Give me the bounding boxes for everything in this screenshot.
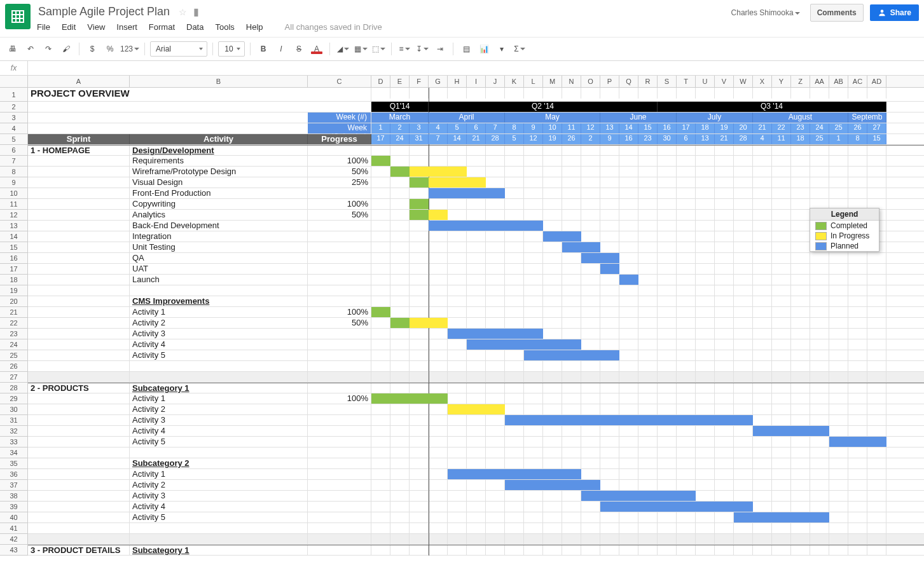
sprint-cell[interactable] — [28, 177, 130, 188]
progress-cell[interactable] — [308, 534, 371, 544]
col-M[interactable]: M — [543, 76, 562, 87]
col-H[interactable]: H — [448, 76, 467, 87]
sprint-cell[interactable] — [28, 264, 130, 274]
activity-cell[interactable]: Back-End Development — [130, 221, 308, 231]
sheet-row[interactable]: Activity 5 — [28, 350, 924, 361]
activity-cell[interactable]: Subcategory 1 — [130, 383, 308, 393]
progress-cell[interactable]: 50% — [308, 318, 371, 328]
progress-cell[interactable]: 50% — [308, 210, 371, 220]
progress-cell[interactable] — [308, 221, 371, 231]
sheet-row[interactable]: Activity 4 — [28, 426, 924, 437]
menu-format[interactable]: Format — [149, 22, 175, 32]
sprint-cell[interactable] — [28, 285, 130, 296]
h-align-icon[interactable]: ≡ — [397, 41, 412, 57]
menu-file[interactable]: File — [37, 22, 50, 32]
sprint-cell[interactable] — [28, 167, 130, 177]
row-42[interactable]: 42 — [0, 534, 27, 545]
progress-cell[interactable]: 100% — [308, 156, 371, 166]
row-37[interactable]: 37 — [0, 480, 27, 491]
sprint-cell[interactable] — [28, 156, 130, 166]
row-8[interactable]: 8 — [0, 167, 27, 177]
row-27[interactable]: 27 — [0, 372, 27, 383]
sheet-row[interactable]: Activity 3 — [28, 491, 924, 502]
sheet-row[interactable]: Activity 5 — [28, 512, 924, 523]
sprint-cell[interactable] — [28, 491, 130, 501]
strikethrough-button[interactable]: S — [291, 41, 307, 57]
col-W[interactable]: W — [734, 76, 753, 87]
activity-cell[interactable]: QA — [130, 253, 308, 263]
row-32[interactable]: 32 — [0, 426, 27, 437]
sheet-row[interactable]: 3 - PRODUCT DETAILSSubcategory 1 — [28, 545, 924, 556]
activity-cell[interactable]: Wireframe/Prototype Design — [130, 167, 308, 177]
sprint-cell[interactable] — [28, 512, 130, 523]
row-19[interactable]: 19 — [0, 285, 27, 296]
progress-cell[interactable] — [308, 458, 371, 468]
number-format-button[interactable]: 123 — [120, 41, 139, 57]
col-AC[interactable]: AC — [848, 76, 867, 87]
row-15[interactable]: 15 — [0, 242, 27, 253]
col-T[interactable]: T — [677, 76, 696, 87]
sheet-row[interactable]: Activity 1100% — [28, 393, 924, 404]
sprint-cell[interactable] — [28, 339, 130, 350]
row-30[interactable]: 30 — [0, 404, 27, 415]
sheet-row[interactable]: Copywriting100% — [28, 199, 924, 210]
sprint-cell[interactable] — [28, 523, 130, 533]
sprint-cell[interactable] — [28, 275, 130, 285]
row-2[interactable]: 2 — [0, 102, 27, 113]
sheet-row[interactable]: Activity 4 — [28, 502, 924, 512]
activity-cell[interactable]: Visual Design — [130, 177, 308, 188]
activity-cell[interactable]: Unit Testing — [130, 242, 308, 252]
sheet-row[interactable]: Week (#)MarchAprilMayJuneJulyAugustSepte… — [28, 113, 924, 123]
row-43[interactable]: 43 — [0, 545, 27, 556]
activity-cell[interactable]: Activity 4 — [130, 502, 308, 512]
row-41[interactable]: 41 — [0, 523, 27, 534]
col-A[interactable]: A — [28, 76, 130, 87]
sheet-row[interactable]: Activity 2 — [28, 404, 924, 415]
row-26[interactable]: 26 — [0, 361, 27, 372]
sprint-cell[interactable] — [28, 350, 130, 360]
activity-cell[interactable]: Activity 5 — [130, 350, 308, 360]
row-33[interactable]: 33 — [0, 437, 27, 447]
sheet-row[interactable] — [28, 285, 924, 296]
comments-button[interactable]: Comments — [810, 4, 864, 22]
progress-cell[interactable] — [308, 447, 371, 458]
row-headers[interactable]: 1234567891011121314151617181920212223242… — [0, 88, 28, 556]
row-39[interactable]: 39 — [0, 502, 27, 512]
sprint-cell[interactable] — [28, 242, 130, 252]
sheet-row[interactable]: 2 - PRODUCTSSubcategory 1 — [28, 383, 924, 393]
activity-cell[interactable]: Activity 5 — [130, 437, 308, 447]
progress-cell[interactable] — [308, 383, 371, 393]
sprint-cell[interactable] — [28, 253, 130, 263]
row-5[interactable]: 5 — [0, 134, 27, 145]
col-P[interactable]: P — [600, 76, 619, 87]
sheet-row[interactable]: Requirements100% — [28, 156, 924, 167]
v-align-icon[interactable]: ↧ — [415, 41, 430, 57]
sheet-row[interactable] — [28, 523, 924, 534]
select-all-corner[interactable] — [0, 76, 28, 87]
progress-cell[interactable] — [308, 350, 371, 360]
currency-button[interactable]: $ — [85, 41, 100, 57]
activity-cell[interactable]: Activity 3 — [130, 491, 308, 501]
account-name[interactable]: Charles Shimooka — [731, 8, 800, 17]
sprint-cell[interactable] — [28, 188, 130, 198]
progress-cell[interactable] — [308, 231, 371, 242]
col-Z[interactable]: Z — [791, 76, 810, 87]
sheet-row[interactable]: Front-End Production — [28, 188, 924, 199]
progress-cell[interactable] — [308, 285, 371, 296]
font-select[interactable]: Arial — [150, 41, 207, 57]
col-I[interactable]: I — [467, 76, 486, 87]
col-AA[interactable]: AA — [810, 76, 829, 87]
sprint-cell[interactable] — [28, 404, 130, 414]
menu-insert[interactable]: Insert — [116, 22, 137, 32]
activity-cell[interactable]: Launch — [130, 275, 308, 285]
progress-cell[interactable] — [308, 469, 371, 479]
sheet-row[interactable]: Wireframe/Prototype Design50% — [28, 167, 924, 177]
formula-input[interactable] — [28, 61, 924, 75]
row-12[interactable]: 12 — [0, 210, 27, 221]
row-28[interactable]: 28 — [0, 383, 27, 393]
sprint-cell[interactable] — [28, 502, 130, 512]
activity-cell[interactable] — [130, 372, 308, 382]
sheet-row[interactable]: Analytics50% — [28, 210, 924, 221]
menu-tools[interactable]: Tools — [215, 22, 234, 32]
activity-cell[interactable]: Subcategory 2 — [130, 458, 308, 468]
